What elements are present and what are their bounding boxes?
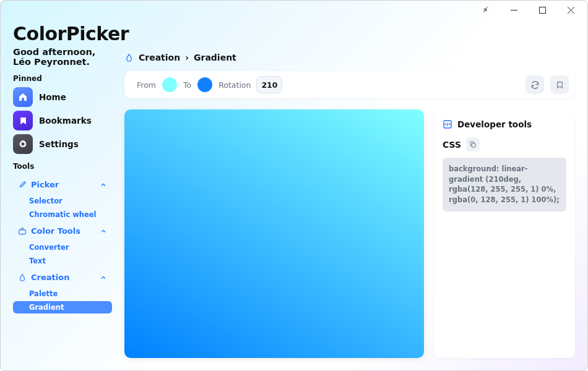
sidebar-item-home[interactable]: Home	[13, 87, 112, 108]
sidebar-item-label: Bookmarks	[39, 116, 92, 126]
sidebar: ColorPicker Good afternoon, Léo Peyronne…	[13, 19, 112, 358]
to-label: To	[183, 80, 191, 90]
sidebar-item-label: Settings	[39, 139, 79, 149]
developer-tools-panel: Developer tools CSS background: linear-g…	[434, 109, 575, 358]
briefcase-icon	[18, 227, 27, 236]
breadcrumb-page: Gradient	[194, 53, 236, 62]
svg-rect-6	[472, 143, 475, 147]
tool-group-label: Picker	[31, 180, 59, 189]
app-title: ColorPicker	[13, 23, 112, 45]
tool-item-selector[interactable]: Selector	[13, 195, 112, 207]
tool-group-color-tools[interactable]: Color Tools	[13, 222, 112, 240]
tool-item-text[interactable]: Text	[13, 255, 112, 267]
main-content: Creation › Gradient From To Rotation	[124, 19, 575, 358]
tools-list: Picker Selector Chromatic wheel Color To…	[13, 176, 112, 313]
rotation-label: Rotation	[218, 80, 251, 90]
tools-section-label: Tools	[13, 162, 112, 171]
tool-group-label: Creation	[31, 273, 69, 282]
minimize-button[interactable]	[499, 1, 528, 19]
eyedropper-icon	[18, 181, 27, 189]
bookmark-icon	[13, 111, 33, 130]
svg-rect-1	[539, 7, 545, 13]
breadcrumb-category: Creation	[139, 53, 180, 62]
close-button[interactable]	[556, 1, 585, 19]
gradient-controls: From To Rotation	[124, 71, 575, 98]
chevron-up-icon	[100, 274, 107, 281]
from-label: From	[137, 80, 156, 90]
gradient-preview	[124, 109, 424, 358]
gear-icon	[13, 134, 33, 154]
greeting-text: Good afternoon, Léo Peyronnet.	[13, 47, 112, 67]
bookmark-icon	[556, 81, 564, 89]
tool-item-chromatic-wheel[interactable]: Chromatic wheel	[13, 208, 112, 221]
pin-icon[interactable]	[471, 1, 499, 19]
tool-group-picker[interactable]: Picker	[13, 176, 112, 194]
app-window: ColorPicker Good afternoon, Léo Peyronne…	[0, 0, 588, 371]
dev-icon	[443, 119, 452, 129]
sidebar-item-bookmarks[interactable]: Bookmarks	[13, 110, 112, 131]
bookmark-button[interactable]	[550, 75, 569, 94]
copy-icon	[469, 141, 477, 148]
copy-css-button[interactable]	[466, 138, 480, 151]
maximize-button[interactable]	[528, 1, 556, 19]
sidebar-item-settings[interactable]: Settings	[13, 134, 112, 155]
breadcrumb: Creation › Gradient	[124, 53, 575, 62]
css-label: CSS	[443, 140, 461, 150]
chevron-up-icon	[100, 228, 107, 235]
pinned-section-label: Pinned	[13, 74, 112, 83]
drop-icon	[124, 53, 134, 62]
svg-rect-4	[19, 229, 26, 234]
randomize-button[interactable]	[525, 75, 544, 94]
css-code-block: background: linear-gradient (210deg, rgb…	[443, 158, 566, 211]
tool-item-palette[interactable]: Palette	[13, 288, 112, 300]
tool-item-converter[interactable]: Converter	[13, 241, 112, 254]
titlebar	[1, 1, 587, 19]
chevron-up-icon	[100, 181, 107, 189]
to-color-swatch[interactable]	[197, 77, 212, 92]
rotation-input[interactable]	[257, 77, 282, 93]
tool-item-gradient[interactable]: Gradient	[13, 301, 112, 313]
from-color-swatch[interactable]	[162, 77, 177, 92]
tool-group-creation[interactable]: Creation	[13, 268, 112, 286]
pinned-list: Home Bookmarks Settings	[13, 87, 112, 155]
tool-group-label: Color Tools	[31, 226, 80, 236]
drop-icon	[18, 273, 27, 282]
refresh-icon	[530, 80, 540, 90]
sidebar-item-label: Home	[39, 92, 66, 102]
breadcrumb-separator: ›	[185, 53, 189, 62]
home-icon	[13, 87, 33, 107]
dev-tools-title: Developer tools	[457, 119, 532, 129]
